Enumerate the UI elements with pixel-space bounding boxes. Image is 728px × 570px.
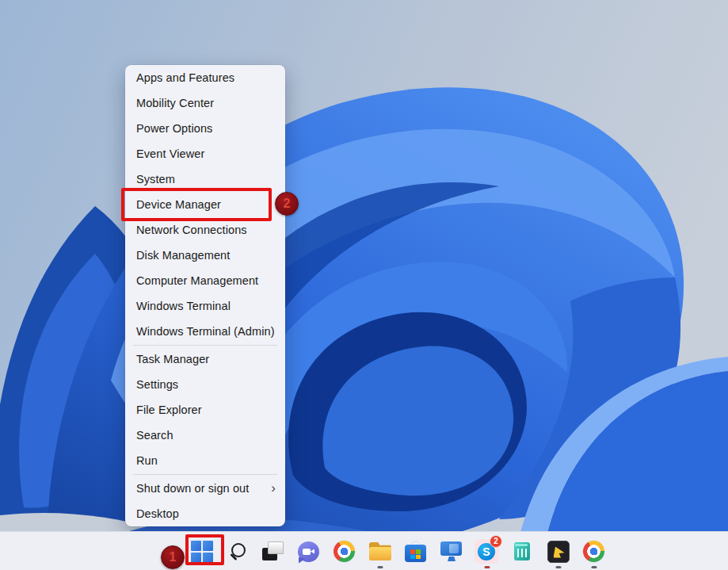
chrome-icon xyxy=(583,541,604,562)
menu-item-computer-management[interactable]: Computer Management xyxy=(125,268,285,293)
chevron-right-icon: › xyxy=(271,476,276,501)
menu-item-power-options[interactable]: Power Options xyxy=(125,116,285,141)
dark-annotation-app-button[interactable] xyxy=(540,532,576,570)
store-bag-icon xyxy=(405,541,426,562)
taskbar-icon-row: S 2 xyxy=(184,532,612,570)
dark-app-icon xyxy=(547,541,570,563)
menu-item-settings[interactable]: Settings xyxy=(125,372,285,397)
winx-menu: Apps and Features Mobility Center Power … xyxy=(125,65,285,526)
menu-item-event-viewer[interactable]: Event Viewer xyxy=(125,141,285,166)
menu-item-run[interactable]: Run xyxy=(125,448,285,473)
menu-item-windows-terminal[interactable]: Windows Terminal xyxy=(125,293,285,319)
chrome-icon xyxy=(334,541,355,562)
teal-building-app-button[interactable] xyxy=(505,532,540,570)
monitor-icon xyxy=(440,541,462,561)
chrome-button[interactable] xyxy=(326,532,362,570)
menu-item-label: Shut down or sign out xyxy=(136,476,249,501)
search-button[interactable] xyxy=(219,532,255,570)
menu-item-search[interactable]: Search xyxy=(125,423,285,448)
menu-item-apps-and-features[interactable]: Apps and Features xyxy=(125,65,285,90)
file-explorer-button[interactable] xyxy=(362,532,398,570)
microsoft-store-button[interactable] xyxy=(398,532,433,570)
teams-chat-button[interactable] xyxy=(291,532,326,570)
search-icon xyxy=(227,541,247,561)
step-2-badge: 2 xyxy=(275,192,299,216)
skype-button[interactable]: S 2 xyxy=(469,532,505,570)
device-manager-highlight-box xyxy=(121,188,272,221)
start-button-highlight-box xyxy=(185,534,224,565)
skype-notification-badge: 2 xyxy=(490,535,502,548)
menu-item-task-manager[interactable]: Task Manager xyxy=(125,346,285,372)
menu-item-disk-management[interactable]: Disk Management xyxy=(125,243,285,268)
desktop-wallpaper xyxy=(0,0,728,570)
menu-separator xyxy=(133,474,277,475)
teal-building-icon xyxy=(512,541,533,562)
menu-item-file-explorer[interactable]: File Explorer xyxy=(125,397,285,423)
task-view-button[interactable] xyxy=(255,532,291,570)
menu-item-shut-down-or-sign-out[interactable]: Shut down or sign out › xyxy=(125,476,285,501)
menu-item-mobility-center[interactable]: Mobility Center xyxy=(125,90,285,116)
menu-item-desktop[interactable]: Desktop xyxy=(125,501,285,526)
step-1-badge: 1 xyxy=(161,545,185,569)
skype-icon: S 2 xyxy=(475,539,499,564)
folder-icon xyxy=(369,542,391,560)
menu-separator xyxy=(133,345,277,346)
video-camera-icon xyxy=(303,549,311,555)
desktop: Apps and Features Mobility Center Power … xyxy=(0,0,728,570)
chat-bubble-icon xyxy=(298,541,319,562)
chrome-secondary-button[interactable] xyxy=(576,532,612,570)
taskbar: S 2 xyxy=(0,531,728,570)
pc-display-button[interactable] xyxy=(433,532,469,570)
menu-item-windows-terminal-admin[interactable]: Windows Terminal (Admin) xyxy=(125,319,285,344)
task-view-icon xyxy=(262,541,284,561)
